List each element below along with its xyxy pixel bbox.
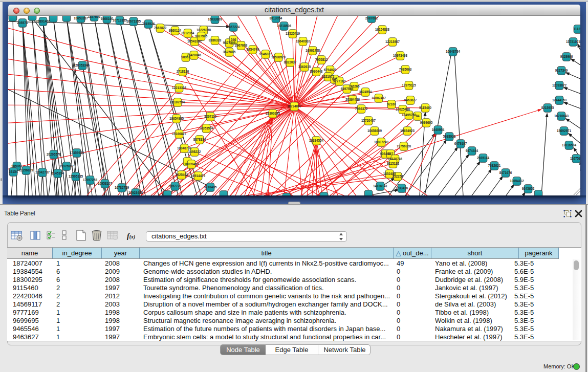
svg-text:16120746: 16120746 <box>388 157 403 161</box>
svg-text:6479197: 6479197 <box>454 142 467 145</box>
svg-text:f(x): f(x) <box>127 232 135 240</box>
svg-text:15751074: 15751074 <box>566 40 580 43</box>
svg-text:16782759: 16782759 <box>115 186 129 189</box>
svg-text:19654985: 19654985 <box>169 117 184 120</box>
svg-text:18226058: 18226058 <box>197 28 211 32</box>
svg-text:9327505: 9327505 <box>195 34 208 38</box>
svg-text:9699695: 9699695 <box>420 121 433 124</box>
svg-text:7632621: 7632621 <box>488 164 501 167</box>
svg-text:20053346: 20053346 <box>75 63 90 67</box>
svg-text:17359924: 17359924 <box>70 151 84 155</box>
svg-text:20891406: 20891406 <box>36 19 51 23</box>
svg-text:8186328: 8186328 <box>209 38 222 42</box>
svg-text:13525419: 13525419 <box>286 32 300 35</box>
svg-text:12093872: 12093872 <box>552 83 567 87</box>
svg-text:8878334: 8878334 <box>193 138 206 141</box>
svg-text:5716485: 5716485 <box>204 185 217 189</box>
svg-text:7515526: 7515526 <box>142 22 155 26</box>
svg-text:10658609: 10658609 <box>367 129 382 133</box>
svg-text:9245652: 9245652 <box>522 187 535 190</box>
svg-text:18724007: 18724007 <box>287 104 302 108</box>
svg-text:1167533: 1167533 <box>570 157 580 160</box>
svg-text:10046738: 10046738 <box>177 146 192 150</box>
svg-text:9115132: 9115132 <box>387 162 400 165</box>
svg-text:9474444: 9474444 <box>466 149 478 152</box>
svg-text:17957253: 17957253 <box>83 178 98 182</box>
svg-text:7625402: 7625402 <box>176 173 188 177</box>
svg-text:13353594: 13353594 <box>199 126 214 130</box>
svg-text:11124: 11124 <box>574 27 580 31</box>
svg-text:10654112: 10654112 <box>510 179 524 183</box>
svg-text:9329966: 9329966 <box>560 55 573 58</box>
svg-text:16543382: 16543382 <box>187 39 202 43</box>
svg-text:18495758: 18495758 <box>402 113 417 117</box>
svg-text:19218506: 19218506 <box>277 24 292 28</box>
svg-text:17016504: 17016504 <box>562 143 577 147</box>
svg-text:18807249: 18807249 <box>374 140 389 144</box>
svg-text:10025488: 10025488 <box>396 107 410 111</box>
svg-text:15692971: 15692971 <box>557 129 572 133</box>
svg-text:2967608: 2967608 <box>235 43 248 47</box>
svg-text:16033809: 16033809 <box>208 17 223 21</box>
svg-text:205571: 205571 <box>17 21 28 25</box>
svg-text:98961: 98961 <box>181 55 190 59</box>
svg-text:10807487: 10807487 <box>372 96 386 100</box>
svg-text:7955812: 7955812 <box>315 58 328 61</box>
svg-text:546: 546 <box>231 38 236 41</box>
svg-text:12975115: 12975115 <box>402 83 416 87</box>
svg-text:12213967: 12213967 <box>385 40 400 43</box>
svg-text:10719155: 10719155 <box>113 18 127 22</box>
svg-text:20206576: 20206576 <box>47 152 61 156</box>
svg-text:6794028: 6794028 <box>324 68 337 72</box>
svg-text:84: 84 <box>416 114 420 118</box>
svg-text:20364436: 20364436 <box>345 98 360 101</box>
svg-text:7485063: 7485063 <box>399 68 412 71</box>
svg-text:252254: 252254 <box>392 174 403 178</box>
svg-text:8813054: 8813054 <box>270 16 282 20</box>
svg-text:3267110: 3267110 <box>204 115 217 118</box>
svg-text:6466160: 6466160 <box>101 17 114 20</box>
svg-text:8990448: 8990448 <box>310 70 323 73</box>
svg-text:16961758: 16961758 <box>306 49 320 52</box>
svg-text:14136141: 14136141 <box>373 184 388 188</box>
svg-text:9657771: 9657771 <box>169 184 182 188</box>
svg-text:12923448: 12923448 <box>128 191 143 194</box>
svg-text:7663822: 7663822 <box>154 26 167 30</box>
svg-text:7986372: 7986372 <box>355 107 368 111</box>
svg-text:19975867: 19975867 <box>59 164 74 168</box>
svg-text:12213303: 12213303 <box>172 86 187 90</box>
svg-text:16154838: 16154838 <box>375 28 390 31</box>
svg-text:8215955: 8215955 <box>541 106 554 110</box>
svg-text:9327508: 9327508 <box>223 41 236 45</box>
svg-text:19166827: 19166827 <box>172 132 187 136</box>
svg-text:16671355: 16671355 <box>126 19 141 23</box>
svg-text:18099489: 18099489 <box>184 162 199 166</box>
svg-text:2718126: 2718126 <box>177 70 189 73</box>
svg-text:18300295: 18300295 <box>266 112 280 115</box>
svg-text:12942737: 12942737 <box>35 170 50 174</box>
svg-text:3675685: 3675685 <box>223 50 236 54</box>
svg-text:19654923: 19654923 <box>400 129 415 133</box>
svg-text:12444153: 12444153 <box>552 98 567 102</box>
svg-text:985061: 985061 <box>11 164 23 168</box>
svg-text:39154: 39154 <box>9 170 18 173</box>
svg-text:16914479: 16914479 <box>191 174 206 178</box>
svg-text:15588520: 15588520 <box>271 55 286 59</box>
svg-text:18640910: 18640910 <box>296 39 311 43</box>
svg-text:19384554: 19384554 <box>309 139 324 142</box>
svg-text:16210643: 16210643 <box>554 114 569 118</box>
svg-text:1640954: 1640954 <box>432 128 445 132</box>
svg-text:9463627: 9463627 <box>404 98 417 102</box>
svg-text:9115460: 9115460 <box>419 106 432 110</box>
svg-text:2087682: 2087682 <box>365 16 378 20</box>
svg-text:2935114: 2935114 <box>477 156 490 160</box>
svg-text:16107554: 16107554 <box>170 100 185 104</box>
svg-text:1145194: 1145194 <box>52 171 64 175</box>
svg-text:5938928: 5938928 <box>443 135 456 138</box>
svg-text:1498222: 1498222 <box>188 150 201 154</box>
svg-text:10958107: 10958107 <box>98 182 113 185</box>
svg-text:9860124: 9860124 <box>169 29 182 32</box>
svg-text:3624554: 3624554 <box>359 90 372 94</box>
svg-text:1733426: 1733426 <box>396 186 408 190</box>
svg-text:11156829: 11156829 <box>19 168 33 172</box>
